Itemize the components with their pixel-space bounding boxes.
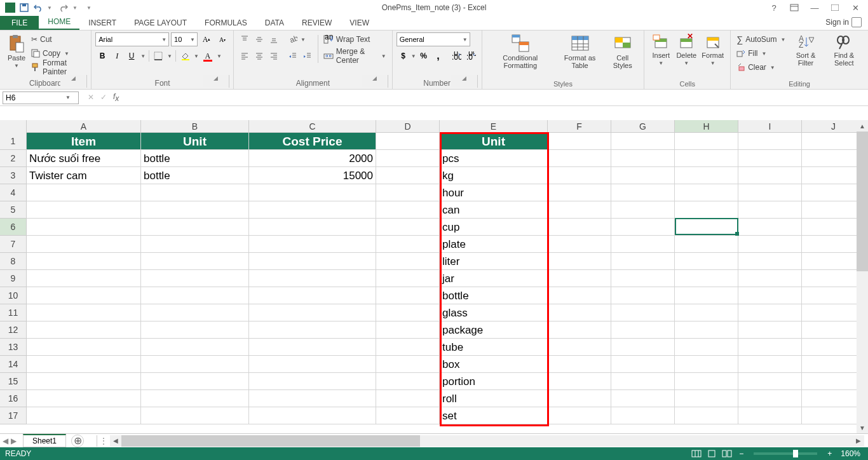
cell-J1[interactable] [802,133,865,150]
close-icon[interactable]: ✕ [848,1,863,14]
cell-D5[interactable] [376,201,440,219]
redo-icon[interactable] [57,1,70,14]
sheet-tab-sheet1[interactable]: Sheet1 [23,434,66,447]
cell-C13[interactable] [249,339,376,356]
cell-I15[interactable] [738,373,802,390]
cell-D10[interactable] [376,287,440,304]
row-header-11[interactable]: 11 [0,304,27,321]
autosum-button[interactable]: ∑AutoSum▼ [735,32,787,46]
cell-E15[interactable]: portion [440,373,548,390]
cell-F11[interactable] [548,304,611,321]
orientation-icon[interactable]: ab [286,32,300,46]
zoom-slider[interactable] [754,452,817,455]
cell-H16[interactable] [675,390,738,407]
cell-H10[interactable] [675,287,738,304]
row-header-15[interactable]: 15 [0,373,27,390]
cell-C3[interactable]: 15000 [249,167,376,184]
row-header-4[interactable]: 4 [0,184,27,201]
sheet-nav-prev-icon[interactable]: ◀ [3,436,8,445]
cell-E7[interactable]: plate [440,236,548,253]
cell-D7[interactable] [376,236,440,253]
row-header-14[interactable]: 14 [0,356,27,373]
fill-color-button[interactable] [178,49,192,63]
cell-B14[interactable] [141,356,249,373]
paste-button[interactable]: Paste ▼ [4,32,29,70]
cell-B10[interactable] [141,287,249,304]
cell-C15[interactable] [249,373,376,390]
cell-F14[interactable] [548,356,611,373]
cell-H12[interactable] [675,321,738,339]
cell-J11[interactable] [802,304,865,321]
number-format-combo[interactable]: ▼ [397,32,470,46]
cell-F8[interactable] [548,253,611,270]
tab-file[interactable]: FILE [0,16,39,30]
row-header-5[interactable]: 5 [0,201,27,219]
cell-J5[interactable] [802,201,865,219]
column-header-J[interactable]: J [802,120,865,132]
cell-E13[interactable]: tube [440,339,548,356]
cell-H14[interactable] [675,356,738,373]
cell-B7[interactable] [141,236,249,253]
align-top-icon[interactable] [238,32,252,46]
cell-J4[interactable] [802,184,865,201]
italic-button[interactable]: I [110,49,124,63]
row-header-16[interactable]: 16 [0,390,27,407]
cell-I2[interactable] [738,150,802,167]
cell-F17[interactable] [548,407,611,424]
row-header-8[interactable]: 8 [0,253,27,270]
format-cells-button[interactable]: Format▼ [699,32,726,67]
tab-home[interactable]: HOME [39,15,79,30]
decrease-decimal-icon[interactable]: .00.0 [464,49,478,63]
align-bottom-icon[interactable] [267,32,281,46]
cell-I3[interactable] [738,167,802,184]
cell-D2[interactable] [376,150,440,167]
cell-F6[interactable] [548,219,611,236]
select-all-corner[interactable] [0,120,27,133]
cell-D14[interactable] [376,356,440,373]
cell-F16[interactable] [548,390,611,407]
name-box[interactable]: ▼ [3,91,79,104]
cell-I16[interactable] [738,390,802,407]
cell-D16[interactable] [376,390,440,407]
format-as-table-button[interactable]: Format as Table [555,32,605,71]
cell-B11[interactable] [141,304,249,321]
cell-D1[interactable] [376,133,440,150]
cell-H7[interactable] [675,236,738,253]
cell-D11[interactable] [376,304,440,321]
cell-F3[interactable] [548,167,611,184]
cell-F5[interactable] [548,201,611,219]
tab-data[interactable]: DATA [256,16,293,30]
cell-H2[interactable] [675,150,738,167]
cell-E17[interactable]: set [440,407,548,424]
cell-E2[interactable]: pcs [440,150,548,167]
cell-A4[interactable] [27,184,141,201]
cell-A15[interactable] [27,373,141,390]
cell-J17[interactable] [802,407,865,424]
zoom-out-button[interactable]: − [735,449,747,458]
cell-G9[interactable] [611,270,675,287]
enter-formula-icon[interactable]: ✓ [98,93,109,102]
cell-A11[interactable] [27,304,141,321]
cell-B1[interactable]: Unit [141,133,249,150]
cell-F10[interactable] [548,287,611,304]
cell-B6[interactable] [141,219,249,236]
cell-J14[interactable] [802,356,865,373]
cell-D3[interactable] [376,167,440,184]
find-select-button[interactable]: Find & Select [824,32,864,68]
border-button[interactable] [151,49,165,63]
cell-A10[interactable] [27,287,141,304]
cell-G17[interactable] [611,407,675,424]
align-left-icon[interactable] [238,49,252,63]
column-header-F[interactable]: F [548,120,611,132]
cell-G7[interactable] [611,236,675,253]
undo-icon[interactable] [32,1,44,14]
font-name-combo[interactable]: ▼ [95,32,169,46]
cell-I17[interactable] [738,407,802,424]
cell-A16[interactable] [27,390,141,407]
cell-styles-button[interactable]: Cell Styles [605,32,640,71]
scroll-right-icon[interactable]: ▶ [853,435,864,447]
cell-H15[interactable] [675,373,738,390]
help-icon[interactable]: ? [766,1,782,14]
cell-E8[interactable]: liter [440,253,548,270]
cell-J12[interactable] [802,321,865,339]
